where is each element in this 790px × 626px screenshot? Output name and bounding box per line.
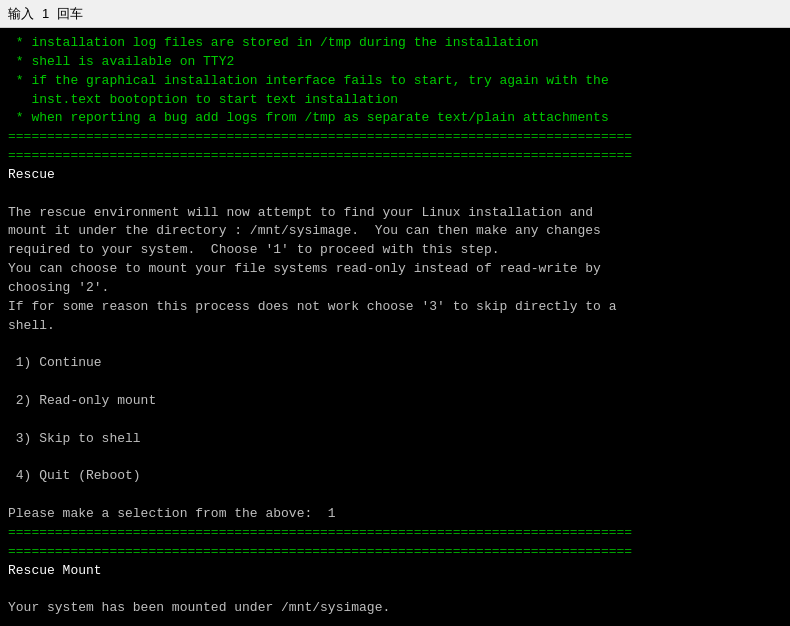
terminal-line: ========================================… [8, 147, 782, 166]
terminal-line: * installation log files are stored in /… [8, 34, 782, 53]
terminal-line: ========================================… [8, 543, 782, 562]
terminal-line: If for some reason this process does not… [8, 298, 782, 317]
toolbar: 输入 1 回车 [0, 0, 790, 28]
terminal-line: required to your system. Choose '1' to p… [8, 241, 782, 260]
terminal-line: shell. [8, 317, 782, 336]
terminal-line: 2) Read-only mount [8, 392, 782, 411]
terminal-line: * shell is available on TTY2 [8, 53, 782, 72]
terminal-line: ========================================… [8, 524, 782, 543]
terminal-line: Your system has been mounted under /mnt/… [8, 599, 782, 618]
terminal-line [8, 580, 782, 599]
terminal-line [8, 486, 782, 505]
terminal-line: You can choose to mount your file system… [8, 260, 782, 279]
terminal-line [8, 449, 782, 468]
terminal-line [8, 411, 782, 430]
terminal-line [8, 373, 782, 392]
toolbar-label3: 回车 [57, 5, 83, 23]
terminal-line: Rescue [8, 166, 782, 185]
toolbar-label2: 1 [42, 6, 49, 21]
terminal-line: The rescue environment will now attempt … [8, 204, 782, 223]
terminal-line: choosing '2'. [8, 279, 782, 298]
terminal-line [8, 618, 782, 626]
terminal-line: inst.text bootoption to start text insta… [8, 91, 782, 110]
terminal-line: mount it under the directory : /mnt/sysi… [8, 222, 782, 241]
terminal-line: * when reporting a bug add logs from /tm… [8, 109, 782, 128]
terminal-line: 4) Quit (Reboot) [8, 467, 782, 486]
terminal-line: Rescue Mount [8, 562, 782, 581]
terminal-line: 1) Continue [8, 354, 782, 373]
toolbar-label1: 输入 [8, 5, 34, 23]
terminal-line: 3) Skip to shell [8, 430, 782, 449]
terminal-line [8, 185, 782, 204]
terminal-line [8, 336, 782, 355]
terminal-line: Please make a selection from the above: … [8, 505, 782, 524]
terminal-line: * if the graphical installation interfac… [8, 72, 782, 91]
terminal-line: ========================================… [8, 128, 782, 147]
terminal[interactable]: * installation log files are stored in /… [0, 28, 790, 626]
